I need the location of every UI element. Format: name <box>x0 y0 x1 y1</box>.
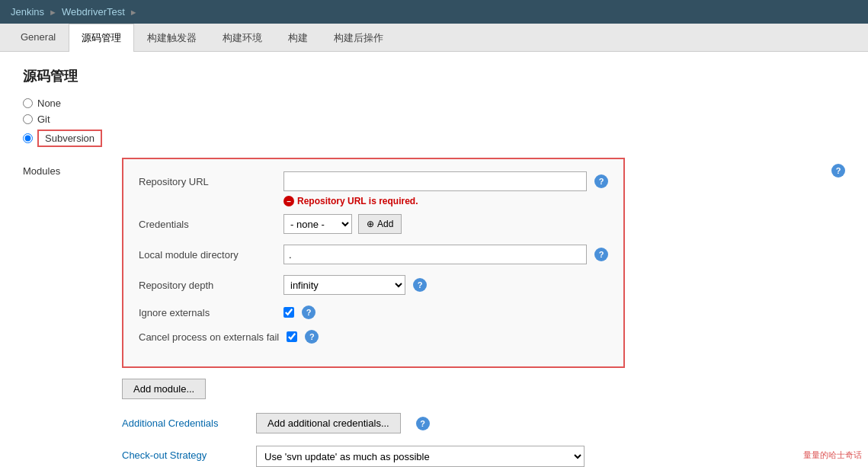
credentials-controls: - none - ⊕ Add <box>283 214 402 234</box>
tab-build-triggers[interactable]: 构建触发器 <box>134 24 210 52</box>
page-body: 源码管理 None Git Subversion Modules Reposit… <box>0 52 868 467</box>
scm-none-radio[interactable] <box>23 98 33 108</box>
jenkins-link[interactable]: Jenkins <box>11 6 44 18</box>
ignore-externals-checkbox[interactable] <box>283 307 294 318</box>
modules-help-icon[interactable]: ? <box>831 164 845 178</box>
tab-general[interactable]: General <box>8 24 69 52</box>
scm-none-radio-row: None <box>23 98 845 109</box>
checkout-strategy-select[interactable]: Use 'svn update' as much as possible Alw… <box>256 446 585 467</box>
add-module-button[interactable]: Add module... <box>122 379 206 399</box>
error-text: Repository URL is required. <box>297 196 418 206</box>
scm-git-radio-row: Git <box>23 114 845 125</box>
repo-depth-select[interactable]: infinity empty files immediates unknown <box>283 275 405 295</box>
checkout-strategy-section: Check-out Strategy Use 'svn update' as m… <box>122 446 825 467</box>
project-link[interactable]: WebdriverTest <box>62 6 125 18</box>
scm-git-radio[interactable] <box>23 114 33 124</box>
scm-subversion-label[interactable]: Subversion <box>37 130 102 147</box>
tab-source-code[interactable]: 源码管理 <box>69 24 134 52</box>
watermark: 量量的哈士奇话 <box>803 449 862 461</box>
local-dir-input[interactable] <box>283 245 587 264</box>
main-content: General 源码管理 构建触发器 构建环境 构建 构建后操作 源码管理 No… <box>0 24 868 467</box>
page-title: 源码管理 <box>23 67 845 85</box>
repo-depth-help-icon[interactable]: ? <box>413 278 427 292</box>
tab-post-build[interactable]: 构建后操作 <box>321 24 396 52</box>
scm-none-label[interactable]: None <box>37 98 61 109</box>
checkout-strategy-label: Check-out Strategy <box>122 446 244 461</box>
scm-subversion-radio-row: Subversion <box>23 130 845 147</box>
cancel-externals-help-icon[interactable]: ? <box>305 330 319 344</box>
tab-build-env[interactable]: 构建环境 <box>210 24 275 52</box>
scm-git-label[interactable]: Git <box>37 114 50 125</box>
local-dir-help-icon[interactable]: ? <box>594 248 608 261</box>
tab-build[interactable]: 构建 <box>275 24 321 52</box>
ignore-externals-row: Ignore externals ? <box>139 305 608 319</box>
ignore-externals-label: Ignore externals <box>139 307 276 318</box>
repo-depth-row: Repository depth infinity empty files im… <box>139 275 608 295</box>
local-dir-label: Local module directory <box>139 249 276 261</box>
cancel-externals-row: Cancel process on externals fail ? <box>139 330 608 344</box>
additional-credentials-label: Additional Credentials <box>122 417 244 429</box>
tabs-bar: General 源码管理 构建触发器 构建环境 构建 构建后操作 <box>0 24 868 52</box>
credentials-row: Credentials - none - ⊕ Add <box>139 214 608 234</box>
credentials-add-button[interactable]: ⊕ Add <box>358 214 402 234</box>
scm-subversion-radio[interactable] <box>23 133 33 143</box>
arrow1: ► <box>49 8 57 17</box>
cancel-externals-label: Cancel process on externals fail <box>139 331 279 343</box>
top-bar: Jenkins ► WebdriverTest ► <box>0 0 868 24</box>
repo-url-row: Repository URL ? <box>139 171 608 191</box>
additional-credentials-help-icon[interactable]: ? <box>416 417 430 430</box>
module-box: Repository URL ? – Repository URL is req… <box>122 158 625 368</box>
add-credentials-button[interactable]: Add additional credentials... <box>256 413 401 433</box>
credentials-select[interactable]: - none - <box>283 214 352 234</box>
ignore-externals-help-icon[interactable]: ? <box>302 305 315 319</box>
modules-label: Modules <box>23 158 122 467</box>
repo-depth-label: Repository depth <box>139 280 276 291</box>
repo-url-error: – Repository URL is required. <box>139 196 608 206</box>
arrow2: ► <box>130 8 138 17</box>
add-label: Add <box>377 219 393 229</box>
modules-section: Modules Repository URL ? – Repository UR… <box>23 158 845 467</box>
local-dir-row: Local module directory ? <box>139 245 608 264</box>
repo-url-help-icon[interactable]: ? <box>594 174 608 188</box>
error-dot-icon: – <box>283 196 294 206</box>
add-icon: ⊕ <box>367 219 374 229</box>
credentials-label: Credentials <box>139 219 276 230</box>
cancel-externals-checkbox[interactable] <box>287 331 297 342</box>
repo-url-input[interactable] <box>283 171 587 191</box>
repo-url-label: Repository URL <box>139 176 276 187</box>
additional-credentials-section: Additional Credentials Add additional cr… <box>122 413 825 433</box>
